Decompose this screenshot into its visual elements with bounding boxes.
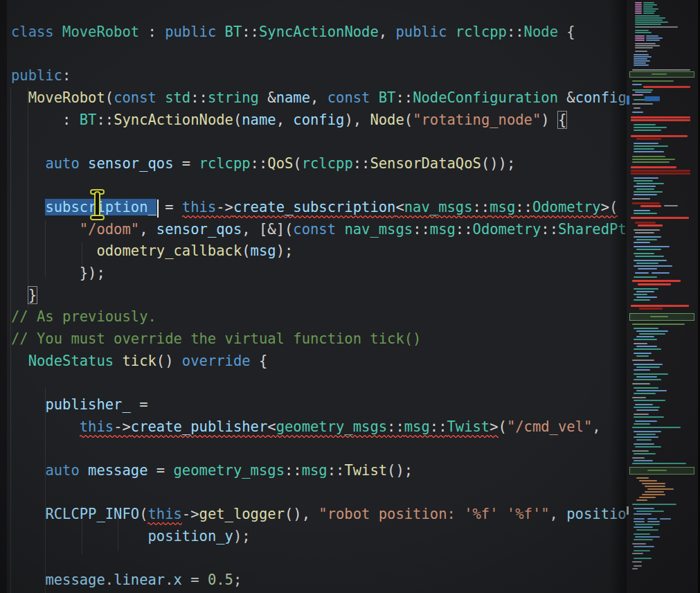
code-token: ( (233, 112, 242, 128)
minimap-line (660, 518, 671, 520)
minimap-line (634, 60, 650, 62)
code-token (11, 287, 28, 303)
code-token: :: (327, 462, 345, 479)
code-token: MoveRobot (28, 89, 105, 106)
code-token: position_y (147, 528, 233, 545)
code-token: "robot position: '%f' '%f'" (318, 506, 549, 522)
code-line[interactable]: public: (11, 65, 627, 87)
code-token: , (592, 418, 600, 435)
code-token: publisher_ (45, 396, 130, 413)
minimap-line (632, 561, 642, 563)
code-line[interactable] (11, 372, 627, 394)
minimap-line (647, 518, 657, 520)
minimap-line (634, 299, 650, 301)
code-token: : (11, 112, 80, 128)
code-token: x (174, 572, 182, 588)
code-line[interactable] (11, 44, 627, 66)
code-line[interactable]: odometry_callback(msg); (11, 240, 627, 263)
code-line[interactable]: // You must override the virtual functio… (11, 328, 627, 351)
code-token (11, 89, 28, 106)
code-line[interactable]: auto sensor_qos = rclcpp::QoS(rclcpp::Se… (11, 153, 627, 175)
code-token: "/odom" (80, 221, 139, 238)
code-line[interactable]: RCLCPP_INFO(this->get_logger(), "robot p… (11, 504, 627, 526)
code-token: : (62, 67, 71, 84)
code-token: nav_msgs (404, 199, 473, 218)
code-token: :: (190, 89, 208, 106)
code-token: :: (387, 418, 404, 438)
code-token (11, 155, 45, 172)
minimap-line (632, 103, 653, 105)
code-line[interactable]: MoveRobot(const std::string &name, const… (11, 87, 627, 109)
minimap-line (634, 246, 670, 247)
code-token (156, 89, 165, 106)
code-token: & (259, 89, 276, 106)
minimap-line (635, 17, 665, 19)
minimap-line (635, 15, 660, 17)
code-token: tick (122, 353, 156, 369)
code-token: ( (105, 89, 114, 106)
minimap-line (634, 508, 654, 509)
code-line[interactable] (11, 131, 627, 153)
left-edge-strip (0, 0, 7, 593)
minimap-line (635, 91, 652, 93)
code-line[interactable]: }); (11, 263, 627, 285)
minimap-line (635, 404, 653, 405)
code-token (11, 396, 45, 413)
code-token: < (395, 199, 404, 218)
code-line[interactable]: this->create_publisher<geometry_msgs::ms… (11, 416, 627, 439)
code-line[interactable]: : BT::SyncActionNode(name, config), Node… (11, 109, 627, 132)
minimap-line (635, 421, 657, 422)
code-area[interactable]: class MoveRobot : public BT::SyncActionN… (7, 21, 627, 593)
code-line[interactable]: auto message = geometry_msgs::msg::Twist… (11, 460, 627, 482)
minimap-line (634, 339, 657, 340)
code-token: , (139, 221, 156, 238)
code-token: Node (370, 112, 404, 128)
minimap-line (643, 86, 690, 88)
code-token: nav_msgs (344, 221, 413, 238)
code-token (370, 89, 378, 106)
code-line[interactable]: NodeStatus tick() override { (11, 351, 627, 373)
code-line[interactable]: publisher_ = (11, 394, 627, 416)
minimap-line (636, 263, 658, 264)
code-line[interactable]: } (11, 285, 627, 307)
code-line[interactable]: position_y); (11, 526, 627, 548)
code-line[interactable] (11, 481, 627, 504)
code-token: , (276, 112, 294, 128)
ibeam-mouse-cursor (89, 190, 106, 220)
minimap-line (634, 253, 654, 254)
minimap-line (632, 450, 649, 452)
minimap-line (631, 170, 690, 172)
code-token: create_subscription (233, 199, 396, 218)
code-token: ) (541, 112, 558, 128)
code-token: msg (251, 242, 276, 259)
minimap-line (636, 188, 654, 190)
code-line[interactable]: class MoveRobot : public BT::SyncActionN… (11, 21, 627, 44)
minimap-line (640, 205, 661, 207)
code-line[interactable]: "/odom", sensor_qos, [&](const nav_msgs:… (11, 219, 627, 241)
minimap-line (632, 156, 665, 157)
minimap-line (634, 265, 672, 267)
minimap-line (636, 477, 649, 479)
minimap[interactable] (627, 0, 698, 593)
minimap-line (643, 6, 653, 8)
code-token: > (490, 418, 498, 438)
minimap-line (635, 35, 645, 37)
minimap-line (634, 379, 661, 380)
minimap-line (636, 249, 661, 250)
code-line[interactable] (11, 438, 627, 460)
minimap-line (631, 166, 676, 168)
code-line[interactable]: // As previously. (11, 306, 627, 328)
minimap-line (635, 45, 660, 46)
code-token: :: (456, 221, 473, 238)
code-token: SyncActionNode (259, 24, 379, 40)
code-token: auto (45, 462, 79, 479)
minimap-line (636, 434, 656, 435)
minimap-line (632, 112, 643, 113)
code-line[interactable]: message.linear.x = 0.5; (11, 569, 627, 592)
minimap-line (635, 256, 664, 257)
minimap-line (635, 43, 656, 44)
code-token: :: (507, 24, 524, 40)
minimap-line (636, 439, 652, 441)
code-line[interactable] (11, 547, 627, 569)
minimap-line (634, 539, 653, 540)
